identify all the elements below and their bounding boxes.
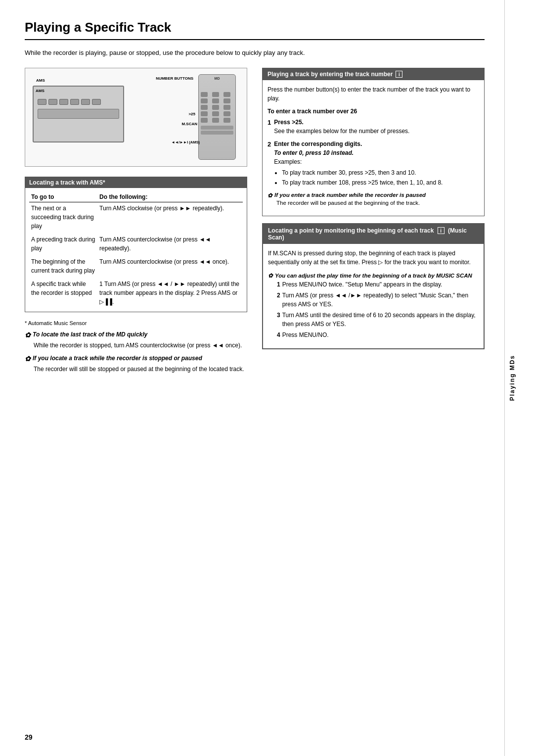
playing-by-number-header: Playing a track by entering the track nu… [263, 68, 484, 80]
tip1-icon: ✿ [25, 331, 31, 339]
table-col2-header: Do the following: [97, 192, 243, 202]
remote-dot-2 [212, 92, 219, 97]
locating-track-section: Locating a track with AMS* To go to Do t… [25, 177, 247, 312]
table-cell-col1: The next or a succeeding track during pl… [29, 202, 97, 234]
locating-track-header: Locating a track with AMS* [25, 177, 247, 188]
music-scan-note-body: 1Press MENU/NO twice. "Setup Menu" appea… [277, 280, 479, 339]
ctrl-btn-2 [48, 99, 57, 105]
tip1-body: While the recorder is stopped, turn AMS … [34, 341, 247, 350]
page-number: 29 [25, 733, 33, 741]
tip2-title: If you locate a track while the recorder… [33, 355, 202, 362]
ctrl-btn-6 [92, 99, 101, 105]
step1-bold: Press >25. [274, 119, 304, 126]
music-scan-title: Locating a point by monitoring the begin… [268, 227, 434, 234]
ms-step: 1Press MENU/NO twice. "Setup Menu" appea… [277, 280, 479, 289]
table-cell-col1: A preceding track during play [29, 234, 97, 256]
table-cell-col2: Turn AMS clockwise (or press ►► repeated… [97, 202, 243, 234]
bullet1: To play track number 30, press >25, then… [282, 168, 479, 177]
remote-dot-6 [223, 98, 230, 103]
step2-sub-bold: To enter 0, press 10 instead. [274, 149, 354, 156]
ms-step-text: Turn AMS until the desired time of 6 to … [282, 311, 479, 329]
page-title: Playing a Specific Track [25, 20, 485, 40]
ctrl-btn-1 [38, 99, 46, 105]
music-scan-icon: i [438, 227, 445, 234]
device-display [38, 109, 119, 119]
playing-note-title-text: If you enter a track number while the re… [274, 192, 426, 199]
music-scan-note: ✿ You can adjust the play time for the b… [268, 272, 479, 339]
table-row: The beginning of the current track durin… [29, 256, 243, 278]
playing-by-number-title: Playing a track by entering the track nu… [267, 71, 393, 78]
footnote: * Automatic Music Sensor [25, 320, 247, 326]
tip2-body: The recorder will still be stopped or pa… [34, 365, 247, 374]
remote-dot-4 [201, 98, 208, 103]
remote-dot-10 [201, 111, 208, 116]
table-cell-col2: Turn AMS counterclockwise (or press ◄◄ o… [97, 256, 243, 278]
ms-step: 3Turn AMS until the desired time of 6 to… [277, 311, 479, 329]
step1-body: See the examples below for the number of… [274, 128, 409, 135]
music-scan-note-title: ✿ You can adjust the play time for the b… [268, 272, 479, 280]
ams-label: AMS [34, 87, 123, 95]
tip1-title: To locate the last track of the MD quick… [33, 331, 147, 338]
ms-step-text: Press MENU/NO. [282, 331, 329, 339]
step2-examples-label: Examples: [274, 158, 302, 165]
remote-dot-15 [223, 118, 230, 123]
right-column: Playing a track by entering the track nu… [262, 68, 485, 378]
ms-step-num: 1 [277, 280, 280, 289]
tip1-block: ✿ To locate the last track of the MD qui… [25, 331, 247, 350]
label-mscan: M.SCAN [181, 122, 197, 126]
playing-note-icon: ✿ [267, 192, 272, 199]
ctrl-btn-3 [59, 99, 68, 105]
remote-bar-2 [201, 131, 233, 135]
step2-content: Enter the corresponding digits. To enter… [274, 140, 479, 188]
remote-dot-9 [223, 105, 230, 110]
table-row: The next or a succeeding track during pl… [29, 202, 243, 234]
remote-dot-13 [201, 118, 208, 123]
remote-dot-8 [212, 105, 219, 110]
playing-note-body: The recorder will be paused at the begin… [276, 199, 479, 207]
label-number-buttons: NUMBER BUTTONS [156, 76, 193, 81]
playing-by-number-section: Playing a track by entering the track nu… [262, 68, 485, 216]
music-scan-note-header: You can adjust the play time for the beg… [275, 272, 472, 280]
locate-table: To go to Do the following: The next or a… [29, 192, 243, 308]
remote-top-label: MD [199, 75, 235, 80]
playing-by-number-intro: Press the number button(s) to enter the … [267, 85, 479, 103]
ms-step: 4Press MENU/NO. [277, 331, 479, 339]
remote-bar [201, 126, 233, 130]
tip2-icon: ✿ [25, 355, 31, 363]
tip1-header: ✿ To locate the last track of the MD qui… [25, 331, 247, 339]
remote-dot-7 [201, 105, 208, 110]
table-cell-col2: 1 Turn AMS (or press ◄◄ / ►► repeatedly)… [97, 278, 243, 308]
remote-dot-11 [212, 111, 219, 116]
ctrl-btn-4 [70, 99, 79, 105]
ms-step-text: Turn AMS (or press ◄◄ /►► repeatedly) to… [282, 291, 479, 309]
playing-note: ✿ If you enter a track number while the … [267, 192, 479, 207]
device-controls [34, 95, 123, 123]
step2-bullets: To play track number 30, press >25, then… [282, 168, 479, 187]
step1-num: 1 [267, 118, 271, 136]
table-row: A preceding track during playTurn AMS co… [29, 234, 243, 256]
tip2-block: ✿ If you locate a track while the record… [25, 355, 247, 374]
main-content: Playing a Specific Track While the recor… [0, 0, 504, 756]
ms-step-text: Press MENU/NO twice. "Setup Menu" appear… [282, 280, 443, 289]
remote-control: MD [198, 74, 236, 160]
side-tab-text: Playing MDs [509, 355, 516, 401]
remote-dot-3 [223, 92, 230, 97]
side-tab: Playing MDs [504, 0, 519, 756]
music-scan-note-icon: ✿ [268, 272, 273, 280]
table-col1-header: To go to [29, 192, 97, 202]
left-column: AMS MD [25, 68, 247, 378]
table-cell-col2: Turn AMS counterclockwise (or press ◄◄ r… [97, 234, 243, 256]
music-scan-header: Locating a point by monitoring the begin… [263, 224, 484, 244]
playing-note-header: ✿ If you enter a track number while the … [267, 192, 479, 199]
label-ams-top: AMS [36, 78, 45, 83]
locating-track-content: To go to Do the following: The next or a… [25, 188, 247, 312]
table-row: A specific track while the recorder is s… [29, 278, 243, 308]
step2-bold: Enter the corresponding digits. [274, 141, 362, 147]
music-scan-content: If M.SCAN is pressed during stop, the be… [263, 244, 484, 348]
ms-step: 2Turn AMS (or press ◄◄ /►► repeatedly) t… [277, 291, 479, 309]
table-cell-col1: The beginning of the current track durin… [29, 256, 97, 278]
intro-text: While the recorder is playing, pause or … [25, 48, 485, 58]
playing-by-number-content: Press the number button(s) to enter the … [263, 80, 484, 216]
page-container: Playing a Specific Track While the recor… [0, 0, 534, 756]
ctrl-btn-5 [81, 99, 90, 105]
